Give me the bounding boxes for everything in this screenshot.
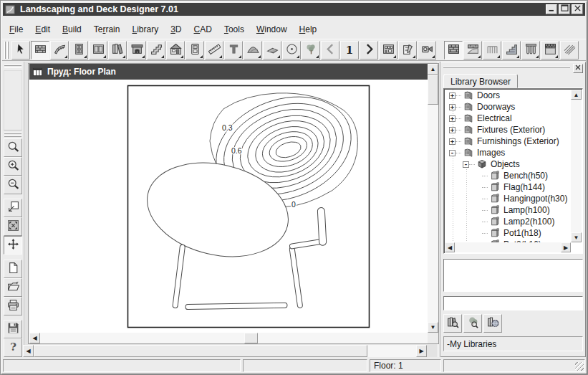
tree-item-doors[interactable]: + Doors (445, 90, 571, 101)
deck-wall-tool[interactable] (444, 41, 463, 60)
help-button[interactable]: ? (4, 338, 22, 357)
menu-item-3d[interactable]: 3D (165, 22, 188, 37)
scroll-right-button[interactable]: ▶ (416, 345, 427, 357)
online-library-button[interactable] (483, 314, 502, 333)
hatch-tool[interactable] (560, 41, 579, 60)
retaining-wall-tool[interactable] (463, 41, 482, 60)
electrical-tool[interactable] (185, 41, 204, 60)
zoom-out-button[interactable] (4, 176, 22, 194)
cabinet-tool[interactable] (108, 41, 127, 60)
library-search-input[interactable] (443, 296, 583, 310)
save-button[interactable] (4, 320, 22, 338)
zoom-in-button[interactable] (4, 157, 22, 176)
scroll-thumb[interactable] (244, 333, 258, 343)
next-floor-button[interactable] (360, 41, 378, 60)
tree-item-lamp-h100[interactable]: Lamp(h100) (445, 204, 571, 216)
tree-expand-toggle[interactable]: - (463, 161, 469, 168)
new-plan-button[interactable] (4, 260, 22, 278)
toolbar-handle[interactable] (4, 42, 9, 59)
scroll-down-button[interactable]: ▼ (571, 232, 582, 242)
deck-post-tool[interactable] (521, 41, 540, 60)
menu-item-help[interactable]: Help (294, 22, 324, 37)
menu-item-terrain[interactable]: Terrain (88, 22, 127, 37)
print-button[interactable] (4, 297, 22, 315)
plant-finder-button[interactable] (463, 314, 482, 333)
panel-drag-handle[interactable] (443, 64, 583, 72)
minimize-button[interactable] (546, 4, 557, 14)
wall-tool[interactable] (31, 41, 49, 60)
house-tool[interactable] (166, 41, 185, 60)
tree-item-images[interactable]: - Images (445, 147, 571, 158)
panel-close-button[interactable] (573, 64, 583, 73)
scroll-down-button[interactable]: ▼ (428, 322, 438, 333)
tree-vertical-scrollbar[interactable]: ▲ ▼ (571, 90, 582, 242)
floor-indicator[interactable]: 1 (340, 41, 359, 60)
menu-item-build[interactable]: Build (57, 22, 88, 37)
door-tool[interactable] (69, 41, 88, 60)
tree-item-objects[interactable]: - Objects (445, 158, 571, 170)
floor-plan-canvas[interactable]: 0.3 0.6 0 (29, 80, 428, 333)
select-tool[interactable] (11, 41, 30, 60)
library-search-button[interactable] (443, 314, 462, 333)
toolbar-handle[interactable] (4, 133, 21, 136)
close-button[interactable] (572, 4, 583, 14)
maximize-button[interactable] (559, 4, 570, 14)
status-resize-cell[interactable] (443, 359, 585, 372)
window-tool[interactable] (89, 41, 107, 60)
document-horizontal-scrollbar[interactable]: ◀ (29, 333, 428, 343)
plan-notes-button[interactable] (398, 41, 417, 60)
camera-view-button[interactable] (418, 41, 436, 60)
toolbar-handle[interactable] (4, 65, 21, 68)
menu-item-library[interactable]: Library (126, 22, 165, 37)
menu-item-file[interactable]: File (4, 22, 29, 37)
tab-library-browser[interactable]: Library Browser (443, 74, 518, 88)
scroll-right-button[interactable]: ▶ (561, 242, 571, 252)
tree-expand-toggle[interactable]: + (449, 115, 456, 122)
deck-stairs-tool[interactable] (502, 41, 521, 60)
document-vertical-scrollbar[interactable]: ▲ ▼ (428, 64, 438, 333)
tree-item-electrical[interactable]: + Electrical (445, 113, 571, 124)
tree-item-bench-h50[interactable]: Bench(h50) (445, 170, 571, 181)
floor-tools-button[interactable] (379, 41, 397, 60)
railing-tool[interactable] (483, 41, 501, 60)
scroll-left-button[interactable]: ◀ (445, 242, 455, 252)
fireplace-tool[interactable] (127, 41, 146, 60)
fill-window-button[interactable] (4, 217, 22, 236)
scroll-up-button[interactable]: ▲ (571, 90, 582, 100)
scroll-track[interactable] (455, 242, 561, 252)
fit-view-button[interactable] (4, 199, 22, 217)
scroll-left-button[interactable]: ◀ (29, 333, 40, 343)
plant-tool[interactable] (302, 41, 320, 60)
zoom-tool-button[interactable] (4, 138, 22, 157)
document-title-bar[interactable]: Пруд: Floor Plan (29, 64, 428, 80)
open-plan-button[interactable] (4, 278, 22, 297)
tree-expand-toggle[interactable]: + (449, 138, 456, 145)
tree-item-hangingpot-h30[interactable]: Hangingpot(h30) (445, 193, 571, 204)
pan-button[interactable] (4, 236, 22, 255)
tree-expand-toggle[interactable]: + (449, 104, 456, 110)
tree-item-lamp2-h100[interactable]: Lamp2(h100) (445, 216, 571, 227)
workspace-horizontal-scrollbar[interactable]: ◀ ▶ (23, 345, 427, 357)
stairs-tool[interactable] (147, 41, 165, 60)
tree-item-flag-h144[interactable]: Flag(h144) (445, 181, 571, 193)
terrain-tool[interactable] (244, 41, 262, 60)
text-tool[interactable] (224, 41, 243, 60)
tree-horizontal-scrollbar[interactable]: ◀ ▶ (445, 242, 571, 252)
scroll-track[interactable] (571, 100, 582, 232)
menu-item-edit[interactable]: Edit (29, 22, 57, 37)
tree-expand-toggle[interactable]: + (449, 92, 456, 99)
road-tool[interactable] (263, 41, 281, 60)
scroll-track[interactable] (428, 75, 438, 322)
tree-item-doorways[interactable]: + Doorways (445, 101, 571, 113)
tree-item-furnishings-exterior[interactable]: + Furnishings (Exterior) (445, 136, 571, 147)
scroll-track[interactable] (40, 333, 428, 343)
menu-item-window[interactable]: Window (251, 22, 294, 37)
brick-region-tool[interactable] (541, 41, 559, 60)
menu-item-cad[interactable]: CAD (188, 22, 218, 37)
sprinkler-tool[interactable] (282, 41, 301, 60)
tree-expand-toggle[interactable]: - (449, 150, 456, 156)
scroll-thumb[interactable] (428, 75, 438, 105)
tree-item-fixtures-exterior[interactable]: + Fixtures (Exterior) (445, 124, 571, 136)
menu-item-tools[interactable]: Tools (218, 22, 251, 37)
tree-expand-toggle[interactable]: + (449, 127, 456, 133)
